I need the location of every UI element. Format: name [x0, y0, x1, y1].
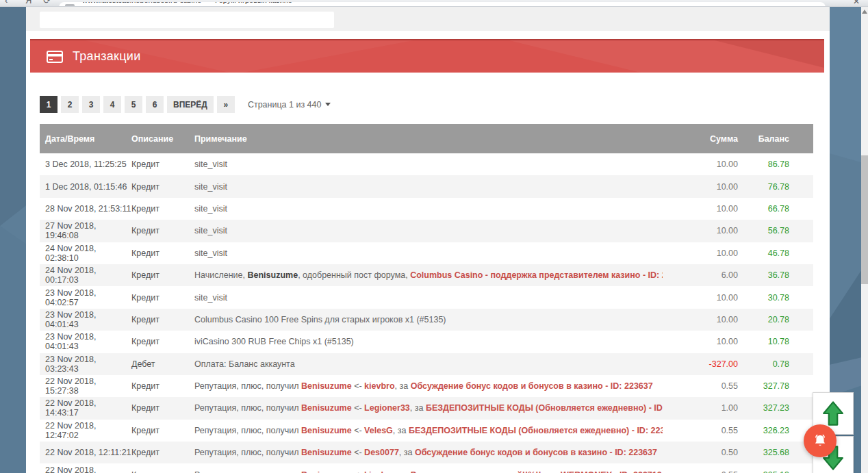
note-link[interactable]: БЕЗДЕПОЗИТНЫЕ КОДЫ (Обновляется ежедневн…	[409, 426, 663, 435]
pagination-page-button-5[interactable]: 5	[125, 96, 142, 113]
cell-type: Кредит	[131, 182, 194, 192]
table-row: 23 Nov 2018, 04:02:57Кредитsite_visit10.…	[40, 286, 813, 308]
content-panel: Транзакции 123456 ВПЕРЁД » Страница 1 из…	[26, 7, 830, 473]
pagination-page-button-3[interactable]: 3	[82, 96, 100, 113]
pagination-page-button-6[interactable]: 6	[146, 96, 164, 113]
cell-type: Кредит	[131, 293, 194, 303]
table-row: 24 Nov 2018, 00:17:03КредитНачисление, B…	[40, 264, 813, 286]
cell-sum: 0.55	[663, 381, 738, 391]
note-link[interactable]: Benisuzume	[301, 426, 352, 435]
header-date: Дата/Время	[40, 134, 131, 144]
note-link[interactable]: Benisuzume	[301, 448, 352, 457]
cell-note: Репутация, плюс, получил Benisuzume <- k…	[194, 470, 663, 473]
cell-balance: 326.23	[738, 426, 813, 435]
note-link[interactable]: Legioner33	[364, 403, 410, 413]
cell-date: 23 Nov 2018, 03:23:43	[40, 355, 131, 374]
note-link[interactable]: Des0077	[364, 448, 399, 457]
note-text: site_visit	[194, 182, 227, 192]
pagination-page-button-4[interactable]: 4	[103, 96, 121, 113]
cell-date: 22 Nov 2018, 15:27:38	[40, 376, 131, 396]
cell-sum: 1.00	[663, 403, 738, 413]
cell-type: Кредит	[131, 381, 194, 391]
cell-balance: 86.78	[738, 159, 813, 169]
header-type: Описание	[131, 134, 194, 144]
browser-back-icon[interactable]: ‹	[5, 0, 8, 5]
note-link[interactable]: БЕЗДЕПОЗИТНЫЕ КОДЫ (Обновляется ежедневн…	[426, 403, 663, 413]
cell-type: Кредит	[131, 403, 194, 413]
cell-balance: 0.78	[738, 359, 813, 369]
cell-balance: 10.78	[738, 337, 813, 346]
cell-balance: 36.78	[738, 270, 813, 280]
note-link[interactable]: VelesG	[364, 426, 393, 435]
note-link[interactable]: Обсуждение бонус кодов и бонусов в казин…	[415, 448, 657, 457]
cell-date: 27 Nov 2018, 19:46:08	[40, 221, 131, 240]
cell-note: site_visit	[194, 226, 663, 235]
cell-sum: 0.55	[663, 426, 738, 435]
cell-sum: 10.00	[663, 337, 738, 346]
cell-date: 1 Dec 2018, 01:15:46	[40, 182, 131, 192]
note-text: Benisuzume	[247, 270, 298, 280]
note-link[interactable]: kievbro	[364, 381, 394, 391]
cell-note: site_visit	[194, 204, 663, 214]
cell-date: 24 Nov 2018, 02:38:10	[40, 244, 131, 263]
note-text: site_visit	[194, 226, 227, 235]
note-link[interactable]: Розыгрыш еженедельный!!%!!.. на WEBMONEY…	[411, 470, 662, 473]
cell-date: 23 Nov 2018, 04:01:43	[40, 332, 131, 351]
pagination-page-button-1[interactable]: 1	[40, 96, 58, 113]
page-info-dropdown[interactable]: Страница 1 из 440	[248, 100, 331, 110]
cell-balance: 30.78	[738, 293, 813, 303]
cell-sum: 10.00	[663, 226, 738, 235]
note-link[interactable]: Benisuzume	[301, 403, 352, 413]
tab-title: www.latestcasinobonuses.ru-casino — Фору…	[82, 2, 292, 4]
cell-balance: 66.78	[738, 204, 813, 214]
note-link[interactable]: Benisuzume	[301, 470, 352, 473]
note-link[interactable]: Обсуждение бонус кодов и бонусов в казин…	[411, 381, 653, 391]
note-text: , за	[393, 426, 409, 435]
cell-date: 23 Nov 2018, 04:01:43	[40, 310, 131, 329]
cell-balance: 325.68	[738, 448, 813, 457]
browser-tab[interactable]: www.latestcasinobonuses.ru-casino — Фору…	[59, 2, 826, 7]
scrollbar-up-icon[interactable]	[862, 10, 867, 14]
page-title: Транзакции	[73, 49, 141, 64]
note-text: Репутация, плюс, получил	[194, 381, 301, 391]
scrollbar-thumb[interactable]	[861, 155, 868, 284]
cell-sum: 10.00	[663, 204, 738, 214]
cell-sum: 0.50	[663, 448, 738, 457]
note-link[interactable]: kievbro	[364, 470, 394, 473]
notification-bell-button[interactable]	[804, 424, 837, 457]
note-link[interactable]: Benisuzume	[301, 381, 352, 391]
pagination-skip-button[interactable]: »	[217, 96, 235, 113]
cell-sum: 10.00	[663, 293, 738, 303]
cell-note: site_visit	[194, 159, 663, 169]
cell-balance: 76.78	[738, 182, 813, 192]
cell-sum: 10.00	[663, 159, 738, 169]
transactions-banner: Транзакции	[30, 39, 824, 73]
note-text: Репутация, плюс, получил	[194, 426, 301, 435]
table-row: 23 Nov 2018, 04:01:43КредитiviCasino 300…	[40, 331, 813, 353]
cell-date: 22 Nov 2018, 12:47:02	[40, 421, 131, 440]
browser-reload-icon[interactable]: ⟳	[43, 0, 51, 5]
cell-type: Кредит	[131, 226, 194, 235]
cell-note: iviCasino 300 RUB Free Chips x1 (#5135)	[194, 337, 663, 346]
note-text: site_visit	[194, 159, 227, 169]
cell-note: site_visit	[194, 182, 663, 192]
cell-note: Columbus Casino 100 Free Spins для стары…	[194, 315, 663, 324]
cell-sum: 10.00	[663, 315, 738, 324]
cell-sum: 0.55	[663, 470, 738, 473]
note-text: site_visit	[194, 293, 227, 303]
close-icon[interactable]: ✕	[853, 0, 860, 6]
note-link[interactable]: Columbus Casino - поддержка представител…	[410, 270, 663, 280]
pagination-page-button-2[interactable]: 2	[61, 96, 79, 113]
table-row: 22 Nov 2018, 15:27:38КредитРепутация, пл…	[40, 375, 813, 397]
browser-extension-icon[interactable]: Я	[25, 0, 31, 5]
note-text: , одобренный пост форума,	[298, 270, 410, 280]
cell-balance: 56.78	[738, 226, 813, 235]
cell-balance: 327.78	[738, 381, 813, 391]
cell-note: site_visit	[194, 293, 663, 303]
cell-type: Кредит	[131, 315, 194, 324]
cell-balance: 20.78	[738, 315, 813, 324]
table-row: 22 Nov 2018, 12:11:21КредитРепутация, пл…	[40, 442, 813, 463]
chevron-down-icon	[325, 103, 331, 106]
pagination-forward-button[interactable]: ВПЕРЁД	[167, 96, 214, 113]
cell-sum: 10.00	[663, 248, 738, 258]
